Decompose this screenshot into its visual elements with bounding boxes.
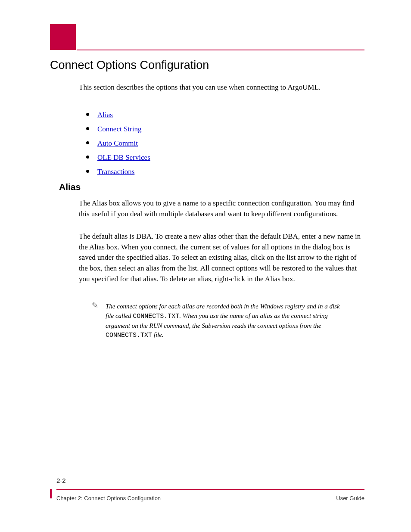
toc-link-auto-commit[interactable]: Auto Commit <box>97 139 138 147</box>
footer-rule <box>56 489 364 490</box>
header-rule <box>77 50 364 50</box>
toc-list: Alias Connect String Auto Commit OLE DB … <box>95 105 150 180</box>
footer: Chapter 2: Connect Options Configuration… <box>56 493 364 501</box>
toc-item: Connect String <box>95 123 150 134</box>
note-text-3: file. <box>152 331 164 338</box>
toc-link-alias[interactable]: Alias <box>97 111 113 119</box>
toc-link-oledb-services[interactable]: OLE DB Services <box>97 153 150 162</box>
toc-link-connect-string[interactable]: Connect String <box>97 125 141 133</box>
alias-paragraph-1: The Alias box allows you to give a name … <box>79 198 363 219</box>
alias-paragraph-2: The default alias is DBA. To create a ne… <box>79 231 363 284</box>
filename-code: CONNECTS.TXT <box>133 313 179 320</box>
page: Connect Options Configuration This secti… <box>0 0 411 532</box>
filename-code: CONNECTS.TXT <box>106 332 152 339</box>
toc-item: Transactions <box>95 165 150 176</box>
toc-item: OLE DB Services <box>95 151 150 162</box>
toc-item: Alias <box>95 109 150 119</box>
toc-link-transactions[interactable]: Transactions <box>97 168 134 176</box>
section-heading-alias: Alias <box>59 182 81 192</box>
page-number: 2-2 <box>56 477 66 484</box>
footer-left: Chapter 2: Connect Options Configuration <box>56 495 161 501</box>
footer-tick <box>50 489 52 498</box>
pencil-icon: ✎ <box>92 301 98 310</box>
toc-item: Auto Commit <box>95 137 150 148</box>
intro-paragraph: This section describes the options that … <box>79 83 363 93</box>
brand-square <box>50 24 76 50</box>
page-title: Connect Options Configuration <box>50 59 209 72</box>
footer-right: User Guide <box>336 495 364 501</box>
note-paragraph: The connect options for each alias are r… <box>106 302 345 340</box>
